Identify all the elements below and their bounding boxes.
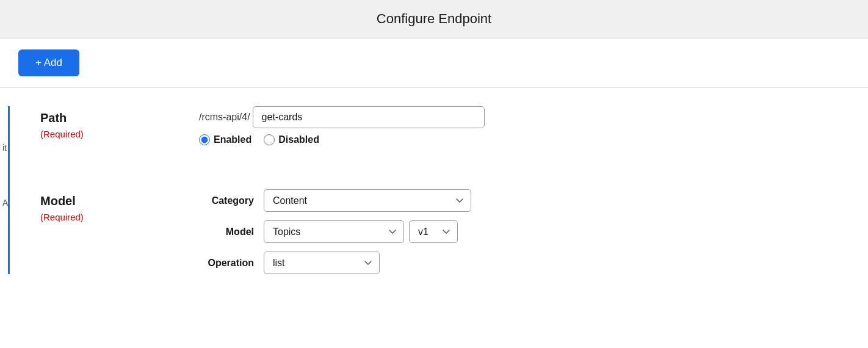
dialog-header: Configure Endpoint	[0, 0, 868, 38]
model-field-label-group: Model (Required)	[40, 189, 187, 222]
enabled-radio[interactable]	[199, 134, 210, 145]
path-required: (Required)	[40, 129, 187, 139]
sidebar-item-1: it	[2, 143, 7, 153]
operation-label: Operation	[199, 258, 254, 269]
path-field-label-group: Path (Required)	[40, 106, 187, 139]
operation-row: Operation list get post put delete	[199, 252, 471, 274]
model-row-label: Model	[199, 227, 254, 237]
path-prefix-text: /rcms-api/4/	[199, 112, 253, 123]
model-required: (Required)	[40, 212, 187, 222]
disabled-label-text: Disabled	[278, 134, 319, 145]
model-controls-group: Category Content Layout Navigation Model…	[199, 189, 471, 274]
disabled-radio-label[interactable]: Disabled	[264, 134, 319, 145]
enabled-label-text: Enabled	[214, 134, 251, 145]
path-label: Path	[40, 111, 187, 125]
category-select[interactable]: Content Layout Navigation	[264, 189, 471, 212]
version-select[interactable]: v1 v2 v3	[409, 220, 458, 243]
disabled-radio[interactable]	[264, 134, 275, 145]
category-row: Category Content Layout Navigation	[199, 189, 471, 212]
operation-select[interactable]: list get post put delete	[264, 252, 380, 274]
dialog-title: Configure Endpoint	[377, 11, 491, 26]
enabled-disabled-group: Enabled Disabled	[199, 134, 485, 145]
model-row: Model Topics Articles Pages v1 v2 v3	[199, 220, 471, 243]
toolbar: + Add	[0, 38, 868, 88]
path-input[interactable]	[253, 106, 485, 128]
sidebar-item-2: A	[2, 198, 8, 208]
enabled-radio-label[interactable]: Enabled	[199, 134, 251, 145]
category-label: Category	[199, 195, 254, 206]
model-label: Model	[40, 194, 187, 208]
path-input-group: /rcms-api/4/ Enabled Disabled	[199, 106, 485, 145]
add-button[interactable]: + Add	[18, 49, 79, 76]
model-select[interactable]: Topics Articles Pages	[264, 220, 404, 243]
